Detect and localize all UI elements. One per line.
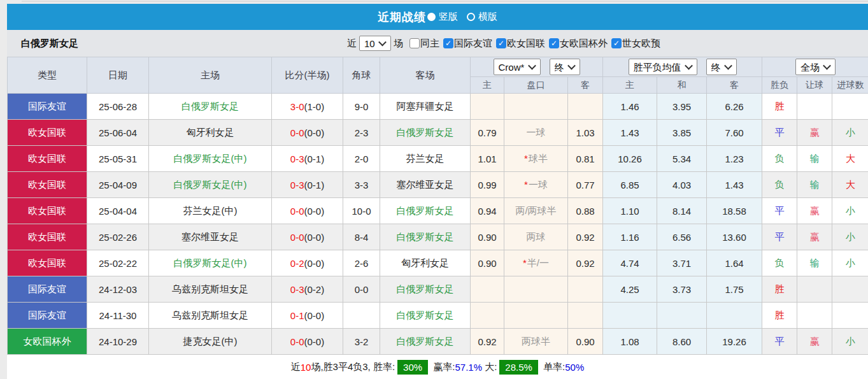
cell-handicap-result: 输: [797, 172, 832, 198]
cell-avg-away: 19.26: [707, 329, 762, 355]
col-header-corner: 角球: [343, 57, 380, 94]
table-row: 欧女国联25-06-04匈牙利女足0-0(0-0)2-3白俄罗斯女足0.79一球…: [8, 120, 868, 146]
cell-handicap: [504, 94, 568, 120]
cell-odds-home: 0.99: [471, 172, 504, 198]
cell-away-team: 白俄罗斯女足: [380, 276, 471, 303]
filter-item: ✓女欧国杯外: [545, 38, 608, 50]
cell-avg-home: 6.85: [603, 172, 657, 198]
cell-goals: 小: [832, 329, 868, 355]
sub-header-odds-away: 客: [568, 77, 603, 94]
cell-avg-draw: 8.60: [657, 329, 707, 355]
cell-outcome: 负: [762, 250, 797, 276]
cell-outcome: 负: [762, 172, 797, 198]
cell-odds-away: 1.03: [568, 120, 603, 146]
cell-competition: 欧女国联: [8, 120, 87, 146]
cell-home-team: 乌兹别克斯坦女足: [149, 276, 272, 303]
team-name: 白俄罗斯女足: [21, 38, 78, 50]
cell-odds-home: 0.90: [471, 250, 504, 276]
checkbox-checked-icon[interactable]: ✓: [443, 38, 453, 48]
cell-away-team: 匈牙利女足: [380, 250, 471, 276]
cell-home-team: 乌兹别克斯坦女足: [149, 303, 272, 329]
cell-handicap: 一球: [504, 120, 568, 146]
cell-outcome: 胜: [762, 94, 797, 120]
checkbox-checked-icon[interactable]: ✓: [549, 38, 559, 48]
cell-away-team: 白俄罗斯女足: [380, 224, 471, 250]
recent-count-select[interactable]: 10: [359, 36, 391, 51]
table-row: 欧女国联25-04-09白俄罗斯女足(中)0-3(0-1)3-3塞尔维亚女足0.…: [8, 172, 868, 198]
cell-goals: 小: [832, 250, 868, 276]
cell-avg-home: 1.46: [603, 94, 657, 120]
cell-away-team: 白俄罗斯女足: [380, 120, 471, 146]
table-row: 欧女国联25-02-22白俄罗斯女足(中)0-2(0-0)2-6匈牙利女足0.9…: [8, 250, 868, 276]
matches-label: 场: [394, 38, 403, 50]
cell-avg-home: 1.08: [603, 329, 657, 355]
checkbox-unchecked-icon[interactable]: [409, 38, 420, 48]
cell-avg-draw: [657, 303, 707, 329]
summary-text: 场,胜3平4负3, 胜率:: [311, 361, 395, 373]
summary-text: 10: [301, 362, 311, 373]
avg-select[interactable]: 胜平负均值: [629, 59, 697, 75]
result-scope-group: 全场: [762, 57, 868, 77]
title-bar: 近期战绩 竖版 横版: [7, 4, 868, 30]
table-row: 国际友谊24-11-30乌兹别克斯坦女足0-1(0-0)白俄罗斯女足胜: [8, 303, 868, 329]
sub-header-handicap-result: 让球: [797, 77, 832, 94]
cell-avg-away: 1.75: [707, 276, 762, 303]
cell-handicap-result: 输: [797, 250, 832, 276]
horizontal-layout-radio[interactable]: [467, 13, 475, 21]
cell-home-team: 捷克女足(中): [149, 329, 272, 355]
checkbox-checked-icon[interactable]: ✓: [611, 38, 622, 48]
cell-score: 0-0(0-0): [272, 120, 343, 146]
cell-date: 24-11-30: [87, 303, 149, 329]
cell-odds-away: [568, 94, 603, 120]
avg-time-select[interactable]: 终: [706, 59, 737, 75]
cell-home-team: 芬兰女足(中): [149, 198, 272, 224]
filter-item: 同主: [406, 38, 439, 50]
cell-odds-away: 0.77: [568, 172, 603, 198]
table-row: 国际友谊25-06-28白俄罗斯女足3-0(1-0)9-0阿塞拜疆女足1.463…: [8, 94, 868, 120]
cell-home-team: 白俄罗斯女足: [149, 94, 272, 120]
avg-time-select-wrap: 终: [706, 59, 737, 75]
cell-away-team: 塞尔维亚女足: [380, 172, 471, 198]
summary-text: 单率:: [541, 361, 565, 373]
cell-goals: 小: [832, 120, 868, 146]
cell-avg-draw: 6.56: [657, 224, 707, 250]
recent-label: 近: [347, 38, 357, 50]
cell-score: 0-3(0-1): [272, 146, 343, 172]
bookmaker-time-select[interactable]: 终: [550, 59, 580, 75]
vertical-layout-radio[interactable]: [427, 13, 436, 21]
cell-corner: 8-4: [343, 224, 380, 250]
recent-results-panel: 近期战绩 竖版 横版 白俄罗斯女足 近 10 场 同主✓国际友谊✓欧女国联✓女欧…: [7, 4, 868, 379]
filter-checkboxes: 同主✓国际友谊✓欧女国联✓女欧国杯外✓世女欧预: [406, 38, 660, 50]
bookmaker-select[interactable]: Crow*: [494, 59, 541, 75]
summary-text: 赢率:: [430, 361, 455, 373]
filter-item: ✓国际友谊: [439, 38, 492, 50]
cell-competition: 国际友谊: [8, 276, 87, 303]
summary-rate-badge: 28.5%: [499, 360, 538, 375]
cell-odds-home: [471, 276, 504, 303]
cell-date: 25-04-04: [87, 198, 149, 224]
sub-header-odds-home: 主: [471, 77, 504, 94]
cell-avg-away: 1.43: [707, 172, 762, 198]
summary-text: 近: [291, 361, 301, 373]
cell-handicap: 两球半: [504, 329, 568, 355]
cell-odds-away: 0.90: [568, 329, 603, 355]
checkbox-checked-icon[interactable]: ✓: [496, 38, 506, 48]
scope-select[interactable]: 全场: [795, 59, 836, 75]
cell-avg-draw: 3.71: [657, 250, 707, 276]
checkbox-label: 国际友谊: [454, 38, 492, 50]
results-table: 类型 日期 主场 比分(半场) 角球 客场 Crow* 终 胜平负均值 终: [7, 57, 868, 355]
cell-avg-away: [707, 303, 762, 329]
checkbox-label: 世女欧预: [622, 38, 660, 50]
filters: 近 10 场 同主✓国际友谊✓欧女国联✓女欧国杯外✓世女欧预: [347, 36, 660, 51]
cell-odds-away: [568, 276, 603, 303]
header-selects-row: 类型 日期 主场 比分(半场) 角球 客场 Crow* 终 胜平负均值 终: [8, 57, 868, 77]
cell-handicap-result: 赢: [797, 224, 832, 250]
checkbox-label: 女欧国杯外: [560, 38, 608, 50]
bookmaker-time-select-wrap: 终: [550, 59, 580, 75]
cell-goals: [832, 303, 868, 329]
cell-handicap-result: [797, 276, 832, 303]
col-header-home: 主场: [149, 57, 272, 94]
cell-handicap: 两球: [504, 224, 568, 250]
cell-odds-home: [471, 94, 504, 120]
cell-handicap-result: 赢: [797, 198, 832, 224]
